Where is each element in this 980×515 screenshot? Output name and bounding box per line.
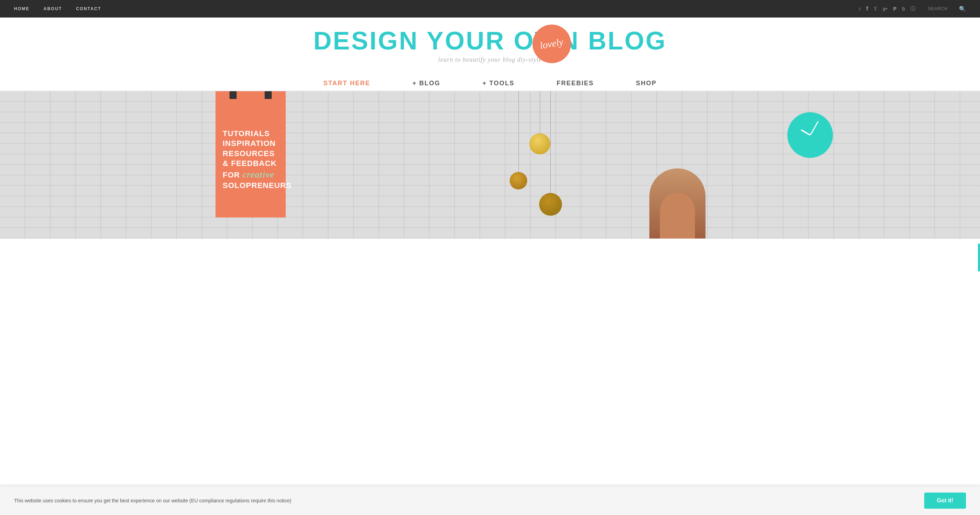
clock-minute-hand [810,121,819,135]
search-input[interactable] [928,6,956,11]
logo-lovely-circle: lovely [533,25,571,63]
ornament-ball-1 [529,133,550,154]
sec-nav-tools[interactable]: + TOOLS [461,76,535,91]
clock-decoration [787,112,833,158]
googleplus-icon[interactable]: g+ [883,6,888,11]
poster-clip-left [229,91,237,99]
logo-subtitle: learn to beautify your blog diy-style [438,56,542,64]
ornament-ball-2 [510,172,527,189]
clock-face [787,112,833,158]
social-icons-group: ≀ f 𝕋 g+ P b ⓘ 🔍 [859,6,966,12]
ornament-ball-3 [539,193,562,216]
poster-clip-right [265,91,272,99]
sec-nav-shop[interactable]: SHOP [615,76,678,91]
top-nav-links: HOME ABOUT CONTACT [14,6,101,11]
sec-nav-freebies[interactable]: FREEBIES [536,76,615,91]
nav-home[interactable]: HOME [14,6,30,11]
facebook-icon[interactable]: f [866,6,868,12]
rss-icon[interactable]: ≀ [859,6,861,11]
search-button[interactable]: 🔍 [959,6,966,12]
logo-main: DESIGN YOUR OWN BLOG lovely [313,28,667,53]
sec-nav-blog[interactable]: + BLOG [391,76,461,91]
nav-about[interactable]: ABOUT [43,6,62,11]
sec-nav-start-here[interactable]: START HERE [302,76,391,91]
logo-text-part2: BLOG [588,27,667,55]
secondary-navigation: START HERE + BLOG + TOOLS FREEBIES SHOP [0,70,980,91]
ornament-string-1 [540,91,540,133]
bloglovin-icon[interactable]: b [902,6,905,11]
ornament-string-2 [519,91,519,172]
person-head [660,193,695,238]
hero-section: TUTORIALS INSPIRATION RESOURCES & FEEDBA… [0,91,980,238]
logo-title: DESIGN YOUR OWN BLOG [313,28,667,53]
hero-person-image [649,168,705,238]
logo-section: DESIGN YOUR OWN BLOG lovely learn to bea… [0,17,980,70]
search-area: 🔍 [928,6,966,12]
poster-text: TUTORIALS INSPIRATION RESOURCES & FEEDBA… [223,129,279,191]
nav-contact[interactable]: CONTACT [76,6,102,11]
clock-hour-hand [801,129,810,135]
twitter-icon[interactable]: 𝕋 [873,6,877,11]
logo-lovely-text: lovely [539,36,564,51]
hero-poster: TUTORIALS INSPIRATION RESOURCES & FEEDBA… [215,91,286,218]
top-navigation: HOME ABOUT CONTACT ≀ f 𝕋 g+ P b ⓘ 🔍 [0,0,980,17]
ornament-string-3 [550,91,551,193]
instagram-icon[interactable]: ⓘ [910,6,915,12]
pinterest-icon[interactable]: P [893,6,896,11]
